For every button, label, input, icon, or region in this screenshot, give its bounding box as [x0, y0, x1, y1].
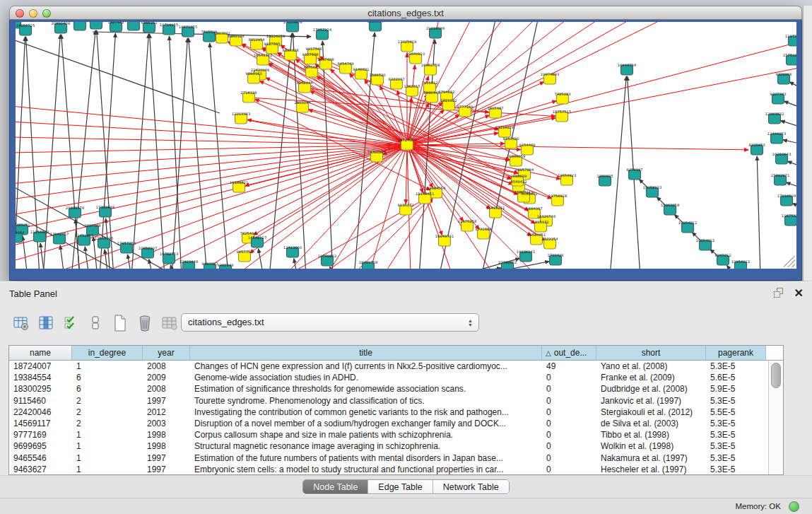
table-cell[interactable]: 49: [542, 361, 596, 372]
resize-grip-icon[interactable]: [784, 256, 795, 267]
table-cell[interactable]: Estimation of the future numbers of pati…: [190, 452, 542, 464]
tab-edge-table[interactable]: Edge Table: [368, 480, 433, 493]
table-cell[interactable]: 0: [542, 407, 596, 418]
table-cell[interactable]: Tibbo et al. (1998): [596, 429, 706, 440]
table-row[interactable]: 946554611997Estimation of the future num…: [9, 452, 783, 464]
table-cell[interactable]: 1997: [143, 464, 190, 475]
close-panel-icon[interactable]: ✕: [794, 288, 804, 298]
table-cell[interactable]: Corpus callosum shape and size in male p…: [190, 429, 542, 440]
table-cell[interactable]: Genome-wide association studies in ADHD.: [190, 372, 542, 383]
table-cell[interactable]: 5.5E-5: [706, 407, 766, 418]
table-cell[interactable]: 5.3E-5: [706, 452, 766, 464]
column-header-short[interactable]: short: [596, 346, 706, 360]
table-cell[interactable]: 9777169: [9, 429, 72, 440]
table-cell[interactable]: 18724007: [9, 361, 72, 372]
tab-network-table[interactable]: Network Table: [433, 480, 509, 493]
table-cell[interactable]: 2012: [143, 407, 190, 418]
citation-network-graph[interactable]: 1872400788601248912954182260589127505818…: [16, 22, 796, 269]
table-cell[interactable]: Hescheler et al. (1997): [596, 464, 706, 475]
new-document-icon[interactable]: [112, 314, 129, 332]
table-cell[interactable]: 2: [72, 418, 143, 429]
table-row[interactable]: 1456911722003Disruption of a novel membe…: [9, 418, 783, 429]
tab-node-table[interactable]: Node Table: [303, 480, 368, 493]
table-cell[interactable]: 2008: [143, 361, 190, 372]
checklist-icon[interactable]: [62, 314, 79, 332]
table-cell[interactable]: 1: [72, 440, 143, 452]
table-cell[interactable]: 6: [72, 383, 143, 395]
table-cell[interactable]: Jankovic et al. (1997): [596, 395, 706, 407]
float-panel-icon[interactable]: [774, 288, 784, 298]
table-cell[interactable]: 2: [72, 407, 143, 418]
column-header-title[interactable]: title: [190, 346, 542, 360]
table-cell[interactable]: 5.9E-5: [706, 383, 766, 395]
table-cell[interactable]: Dudbridge et al. (2008): [596, 383, 706, 395]
vertical-scrollbar[interactable]: [768, 361, 783, 474]
table-row[interactable]: 1938455462009Genome-wide association stu…: [9, 372, 783, 383]
table-cell[interactable]: 2008: [143, 383, 190, 395]
table-cell[interactable]: Disruption of a novel member of a sodium…: [190, 418, 542, 429]
table-cell[interactable]: 1998: [143, 429, 190, 440]
table-cell[interactable]: 2: [72, 395, 143, 407]
table-row[interactable]: 977716911998Corpus callosum shape and si…: [9, 429, 783, 440]
rows-icon[interactable]: [87, 314, 104, 332]
window-titlebar[interactable]: citations_edges.txt: [9, 6, 802, 20]
table-cell[interactable]: 1997: [143, 395, 190, 407]
table-row[interactable]: 1872400712008Changes of HCN gene express…: [9, 361, 783, 372]
table-cell[interactable]: Tourette syndrome. Phenomenology and cla…: [190, 395, 542, 407]
table-cell[interactable]: 22420046: [9, 407, 72, 418]
table-cell[interactable]: Embryonic stem cells: a model to study s…: [190, 464, 542, 475]
table-selector-dropdown[interactable]: citations_edges.txt ▲▼: [181, 313, 479, 332]
table-cell[interactable]: 6: [72, 372, 143, 383]
table-cell[interactable]: 0: [542, 418, 596, 429]
table-cell[interactable]: 0: [542, 383, 596, 395]
table-cell[interactable]: 14569117: [9, 418, 72, 429]
table-cell[interactable]: 5.3E-5: [706, 429, 766, 440]
table-cell[interactable]: 1: [72, 429, 143, 440]
table-cell[interactable]: Estimation of significance thresholds fo…: [190, 383, 542, 395]
table-cell[interactable]: 5.3E-5: [706, 464, 766, 475]
table-cell[interactable]: Stergiakouli et al. (2012): [596, 407, 706, 418]
table-cell[interactable]: 18300295: [9, 383, 72, 395]
column-header-year[interactable]: year: [143, 346, 190, 360]
column-selector-icon[interactable]: [37, 314, 54, 332]
column-header-pagerank[interactable]: pagerank: [706, 346, 766, 360]
table-settings-icon[interactable]: [13, 314, 30, 332]
table-cell[interactable]: Wolkin et al. (1998): [596, 440, 706, 452]
table-cell[interactable]: 19384554: [9, 372, 72, 383]
table-cell[interactable]: 1: [72, 464, 143, 475]
table-row[interactable]: 1830029562008Estimation of significance …: [9, 383, 783, 395]
table-cell[interactable]: 1997: [143, 452, 190, 464]
column-header-name[interactable]: name: [9, 346, 72, 360]
table-row[interactable]: 911546021997Tourette syndrome. Phenomeno…: [9, 395, 783, 407]
table-cell[interactable]: Nakamura et al. (1997): [596, 452, 706, 464]
table-cell[interactable]: Structural magnetic resonance image aver…: [190, 440, 542, 452]
table-cell[interactable]: 0: [542, 452, 596, 464]
table-cell[interactable]: 1: [72, 452, 143, 464]
table-cell[interactable]: 9699695: [9, 440, 72, 452]
table-row[interactable]: 2242004622012Investigating the contribut…: [9, 407, 783, 418]
table-cell[interactable]: 9463627: [9, 464, 72, 475]
table-cell[interactable]: Changes of HCN gene expression and I(f) …: [190, 361, 542, 372]
table-cell[interactable]: 0: [542, 429, 596, 440]
table-cell[interactable]: 5.3E-5: [706, 361, 766, 372]
table-cell[interactable]: 2009: [143, 372, 190, 383]
table-cell[interactable]: Franke et al. (2009): [596, 372, 706, 383]
table-cell[interactable]: 1998: [143, 440, 190, 452]
table-cell[interactable]: 9115460: [9, 395, 72, 407]
table-cell[interactable]: 5.3E-5: [706, 418, 766, 429]
table-row[interactable]: 969969511998Structural magnetic resonanc…: [9, 440, 783, 452]
table-cell[interactable]: Yano et al. (2008): [596, 361, 706, 372]
delete-table-icon[interactable]: [136, 314, 153, 332]
scrollbar-thumb[interactable]: [771, 363, 781, 388]
table-cell[interactable]: 0: [542, 464, 596, 475]
table-cell[interactable]: 5.3E-5: [706, 395, 766, 407]
network-canvas[interactable]: 1872400788601248912954182260589127505818…: [16, 22, 796, 269]
table-row[interactable]: 946362711997Embryonic stem cells: a mode…: [9, 464, 783, 475]
table-cell[interactable]: 5.3E-5: [706, 440, 766, 452]
table-cell[interactable]: 9465546: [9, 452, 72, 464]
column-header-out_de[interactable]: △out_de...: [542, 346, 596, 360]
table-cell[interactable]: 5.6E-5: [706, 372, 766, 383]
table-cell[interactable]: 0: [542, 395, 596, 407]
table-cell[interactable]: 2003: [143, 418, 190, 429]
table-cell[interactable]: 1: [72, 361, 143, 372]
